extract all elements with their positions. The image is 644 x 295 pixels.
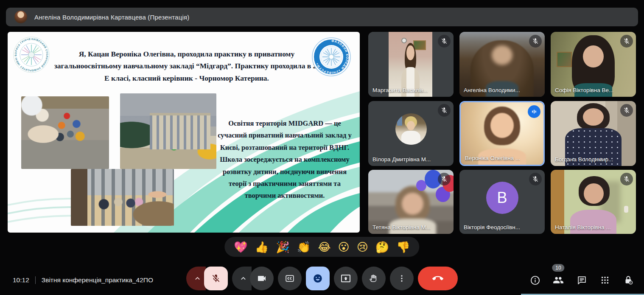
mic-muted-button[interactable] [204,267,228,290]
meeting-name: Звітня конференція_практика_42ПО [42,276,153,284]
participant-count-badge: 10 [552,264,564,272]
reactions-toggle-button[interactable] [306,267,330,290]
mic-off-icon [438,173,451,185]
reaction-heart-button[interactable]: 💖 [234,242,247,253]
reaction-thumbs-down-button[interactable]: 👎 [396,242,410,253]
participant-tile[interactable]: Тетяна Вікторівна М... [368,170,454,234]
reaction-thinking-button[interactable]: 🤔 [375,242,389,253]
participant-name: Ангеліна Володими... [464,87,520,93]
mic-off-icon [620,35,633,48]
participant-name: Вілора Дмитрівна М... [372,156,431,163]
participant-tile[interactable]: Маргарита Василів... [368,32,454,97]
college-logo: ФАХОВИЙ КОЛЕДЖ «УНІВЕРСУМ» [311,37,351,77]
participant-tile[interactable]: Ангеліна Володими... [459,32,545,97]
speaking-audio-indicator-icon [528,105,540,118]
university-logo: КИЇВСЬКИЙ СТОЛИЧНИЙ УНІВЕРСИТЕТ ІМЕНІ БО… [13,36,50,73]
slide-intro-text: Я, Кацан Вероніка Олегівна, проходила пр… [52,48,322,84]
participant-tile[interactable]: B Вікторія Феодосіївн... [459,170,545,234]
activities-button[interactable] [599,275,610,286]
mic-off-icon [438,35,451,48]
chat-panel-button[interactable] [576,275,587,286]
call-controls [186,267,458,290]
participant-tile-active-speaker[interactable]: Вероніка Олегівна ... [459,101,545,166]
clock: 10:12 [13,276,29,284]
microphone-group [186,267,228,290]
presenter-label: Ангеліна Володимирівна Картавцева (Презе… [34,14,190,21]
camera-options-chevron-button[interactable] [232,267,252,290]
mic-off-icon [620,173,633,185]
reaction-laugh-button[interactable]: 😂 [318,242,330,253]
participant-tile[interactable]: Наталія Вікторівна ... [551,170,636,234]
slide-body-text: Освітня територія MIDGARD — це сучасний … [214,118,356,202]
reaction-clap-button[interactable]: 👏 [297,242,311,253]
reaction-thumbs-up-button[interactable]: 👍 [255,242,269,253]
meeting-info: 10:12 Звітня конференція_практика_42ПО [13,276,153,284]
participant-tile[interactable]: Богдана Володимир... [551,101,636,166]
divider [35,276,36,284]
shared-presentation-slide[interactable]: КИЇВСЬКИЙ СТОЛИЧНИЙ УНІВЕРСИТЕТ ІМЕНІ БО… [8,32,360,233]
reaction-party-button[interactable]: 🎉 [276,242,289,253]
mic-off-icon [438,104,451,117]
meeting-panels: 10 [529,275,634,286]
reaction-sad-button[interactable]: 😢 [357,242,368,253]
reaction-surprised-button[interactable]: 😮 [338,242,350,253]
participant-tile[interactable]: Вілора Дмитрівна М... [368,101,454,166]
participant-name: Вероніка Олегівна ... [465,155,520,161]
participant-name: Богдана Володимир... [555,156,613,163]
mic-options-chevron-button[interactable] [186,267,206,290]
host-controls-button[interactable] [623,275,634,286]
mic-off-icon [529,35,542,48]
slide-photo-group-selfie [21,96,109,169]
more-options-button[interactable] [390,267,414,290]
present-screen-button[interactable] [334,267,358,290]
participant-name: Вікторія Феодосіївн... [464,224,520,230]
participant-name: Наталія Вікторівна ... [555,224,611,230]
participant-tile[interactable]: Софія Вікторівна Ве... [551,32,636,97]
people-panel-button[interactable]: 10 [553,275,564,286]
camera-group [232,267,274,290]
slide-photo-school-building [120,93,216,169]
presenter-avatar [14,11,27,23]
captions-button[interactable] [278,267,302,290]
meeting-details-button[interactable] [529,275,540,286]
mic-off-icon [529,173,542,185]
slide-photo-playground [71,169,174,226]
camera-on-button[interactable] [250,267,274,290]
participant-name: Тетяна Вікторівна М... [372,224,431,230]
raise-hand-button[interactable] [362,267,386,290]
letter-avatar: B [486,182,518,214]
reactions-bar: 💖 👍 🎉 👏 😂 😮 😢 🤔 👎 [224,237,419,257]
participant-name: Софія Вікторівна Ве... [555,87,613,93]
end-call-button[interactable] [418,267,458,290]
mic-off-icon [620,104,633,117]
participant-name: Маргарита Василів... [372,87,428,93]
presentation-pinned-bar[interactable]: Ангеліна Володимирівна Картавцева (Презе… [6,8,638,26]
